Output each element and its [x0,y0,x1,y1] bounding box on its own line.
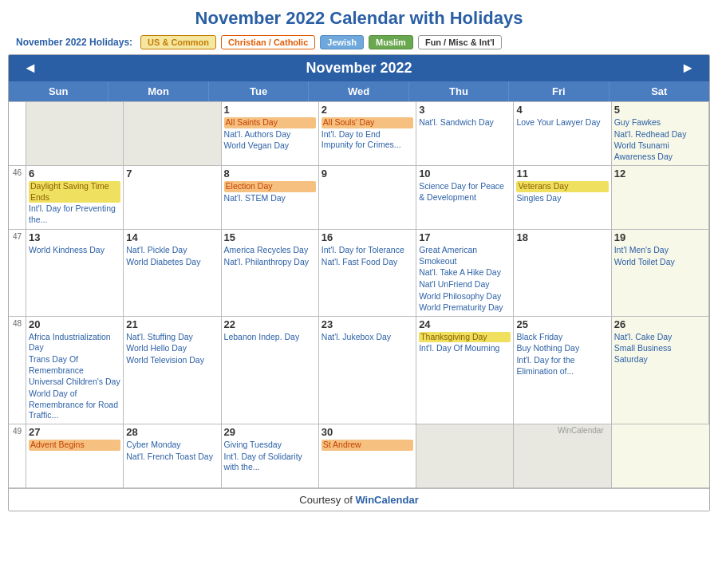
week-num-46: 46 [9,166,26,230]
cell-nov-8: 8 Election Day Nat'l. STEM Day [222,166,319,230]
cell-empty-3 [416,424,514,488]
cell-nov-27: 27 Advent Begins [26,424,124,488]
cell-nov-22: 22 Lebanon Indep. Day [222,317,319,424]
cell-empty-5 [612,424,709,488]
week-num-48: 48 [9,317,26,424]
badge-fun[interactable]: Fun / Misc & Int'l [418,35,502,49]
cell-nov-30: 30 St Andrew [319,424,416,488]
cell-nov-29: 29 Giving Tuesday Int'l. Day of Solidari… [222,424,319,488]
cell-nov-6: 6 Daylight Saving Time Ends Int'l. Day f… [26,166,124,230]
day-sat: Sat [610,81,709,101]
wincalendar-credit: WinCalendar [516,426,608,436]
cell-nov-23: 23 Nat'l. Jukebox Day [319,317,416,424]
cell-empty-4: WinCalendar [514,424,611,488]
cell-nov-20: 20 Africa Industrialization Day Trans Da… [26,317,124,424]
days-header: Sun Mon Tue Wed Thu Fri Sat [9,81,709,101]
cell-nov-13: 13 World Kindness Day [26,230,124,317]
cell-nov-14: 14 Nat'l. Pickle Day World Diabetes Day [124,230,221,317]
day-tue: Tue [209,81,309,101]
cell-nov-17: 17 Great American Smokeout Nat'l. Take A… [416,230,514,317]
cell-nov-4: 4 Love Your Lawyer Day [514,102,611,166]
next-month-button[interactable]: ► [674,60,701,77]
week-num-row1 [9,102,26,166]
week-num-47: 47 [9,230,26,317]
day-wed: Wed [309,81,408,101]
calendar: ◄ November 2022 ► Sun Mon Tue Wed Thu Fr… [8,54,710,511]
cell-nov-7: 7 [124,166,221,230]
day-sun: Sun [9,81,108,101]
cell-nov-10: 10 Science Day for Peace & Development [416,166,514,230]
cell-nov-16: 16 Int'l. Day for Tolerance Nat'l. Fast … [319,230,416,317]
badge-christian[interactable]: Christian / Catholic [221,35,315,49]
cell-nov-26: 26 Nat'l. Cake Day Small Business Saturd… [612,317,709,424]
cell-nov-9: 9 [319,166,416,230]
cell-nov-11: 11 Veterans Day Singles Day [514,166,611,230]
badge-jewish[interactable]: Jewish [320,35,364,49]
wincalendar-link[interactable]: WinCalendar [355,494,418,506]
footer: Courtesy of WinCalendar [9,488,709,511]
day-mon: Mon [108,81,208,101]
cell-nov-18: 18 [514,230,611,317]
calendar-grid: 1 All Saints Day Nat'l. Authors Day Worl… [9,101,709,488]
cell-nov-25: 25 Black Friday Buy Nothing Day Int'l. D… [514,317,611,424]
badge-us[interactable]: US & Common [140,35,216,49]
badge-muslim[interactable]: Muslim [369,35,413,49]
day-fri: Fri [509,81,609,101]
cell-nov-24: 24 Thanksgiving Day Int'l. Day Of Mourni… [416,317,514,424]
cell-empty-2 [124,102,221,166]
cell-nov-5: 5 Guy Fawkes Nat'l. Redhead Day World Ts… [612,102,709,166]
calendar-header: ◄ November 2022 ► [9,55,709,81]
month-title: November 2022 [306,60,412,77]
cell-nov-19: 19 Int'l Men's Day World Toilet Day [612,230,709,317]
cell-nov-21: 21 Nat'l. Stuffing Day World Hello Day W… [124,317,221,424]
week-num-49: 49 [9,424,26,488]
cell-nov-12: 12 [612,166,709,230]
cell-nov-28: 28 Cyber Monday Nat'l. French Toast Day [124,424,221,488]
cell-nov-2: 2 All Souls' Day Int'l. Day to End Impun… [319,102,416,166]
page-title: November 2022 Calendar with Holidays [8,8,710,29]
cell-nov-1: 1 All Saints Day Nat'l. Authors Day Worl… [222,102,319,166]
cell-nov-15: 15 America Recycles Day Nat'l. Philanthr… [222,230,319,317]
cell-nov-3: 3 Nat'l. Sandwich Day [416,102,514,166]
prev-month-button[interactable]: ◄ [17,60,44,77]
cell-empty-1 [26,102,124,166]
day-thu: Thu [409,81,509,101]
legend-label: November 2022 Holidays: [16,37,132,48]
